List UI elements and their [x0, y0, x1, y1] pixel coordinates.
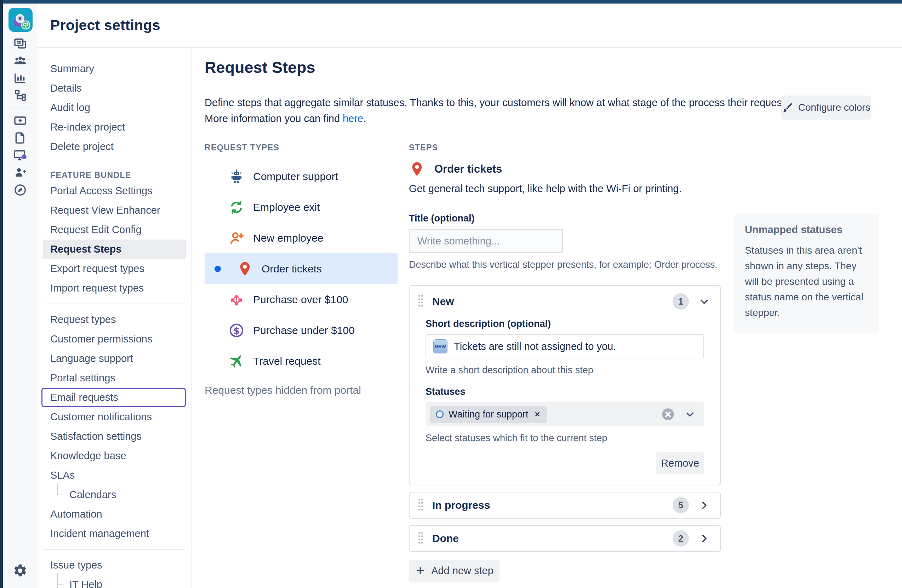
step-card-done-header[interactable]: Done 2	[410, 526, 720, 551]
page-description-line2: More information you can find here.	[205, 111, 798, 127]
window-left-edge	[0, 0, 3, 588]
sidebar-section-feature-bundle: FEATURE BUNDLE	[37, 169, 191, 181]
short-description-helper: Write a short description about this ste…	[426, 365, 704, 376]
statuses-select[interactable]: Waiting for support	[426, 402, 704, 426]
sidebar-item-slas[interactable]: SLAs	[37, 466, 191, 485]
drag-handle-icon[interactable]	[417, 292, 425, 311]
dollar-coin-icon: $	[228, 322, 244, 339]
request-type-label: Employee exit	[253, 201, 319, 213]
title-field-helper: Describe what this vertical stepper pres…	[409, 259, 721, 270]
reports-icon[interactable]	[3, 69, 37, 87]
sidebar-item-language-support[interactable]: Language support	[37, 349, 191, 368]
new-emoji-icon: NEW	[433, 339, 448, 353]
clear-select-icon[interactable]	[661, 407, 675, 421]
map-pin-icon	[409, 161, 425, 177]
short-description-value: Tickets are still not assigned to you.	[454, 341, 616, 352]
sidebar-item-audit-log[interactable]: Audit log	[37, 98, 191, 117]
step-card-new-header[interactable]: New 1	[410, 286, 720, 317]
request-type-employee-exit[interactable]: Employee exit	[205, 192, 398, 222]
chevron-right-icon[interactable]	[698, 532, 710, 544]
request-type-new-employee[interactable]: New employee	[205, 222, 398, 253]
invite-person-icon[interactable]	[3, 164, 37, 181]
sidebar-item-details[interactable]: Details	[37, 78, 191, 98]
title-field-label: Title (optional)	[409, 213, 721, 224]
status-count-badge: 5	[673, 497, 689, 513]
sidebar-item-portal-settings[interactable]: Portal settings	[37, 368, 191, 388]
sidebar-item-customer-permissions[interactable]: Customer permissions	[37, 329, 191, 349]
robot-icon	[228, 168, 244, 185]
unmapped-statuses-body: Statuses in this area aren't shown in an…	[745, 243, 868, 321]
short-description-label: Short description (optional)	[426, 318, 704, 329]
page-description: Define steps that aggregate similar stat…	[205, 95, 798, 127]
sidebar-item-it-help[interactable]: IT Help	[37, 575, 191, 588]
screen-share-icon[interactable]	[3, 147, 37, 164]
sidebar-item-portal-access-settings[interactable]: Portal Access Settings	[37, 181, 191, 200]
step-card-new: New 1 Short description (optional) NEW T…	[409, 285, 721, 485]
request-type-travel-request[interactable]: Travel request	[205, 346, 398, 377]
sidebar-item-incident-management[interactable]: Incident management	[37, 524, 191, 543]
sidebar-item-summary[interactable]: Summary	[37, 59, 191, 78]
remove-tag-icon[interactable]	[534, 410, 541, 418]
sidebar-item-email-requests[interactable]: Email requests	[41, 388, 186, 407]
document-icon[interactable]	[3, 129, 37, 147]
unmapped-statuses-title: Unmapped statuses	[745, 224, 868, 236]
project-avatar[interactable]	[8, 8, 33, 32]
sidebar-item-satisfaction-settings[interactable]: Satisfaction settings	[37, 427, 191, 446]
sidebar-item-request-edit-config[interactable]: Request Edit Config	[37, 220, 191, 239]
title-input[interactable]	[409, 229, 563, 253]
request-types-list: Computer support Employee exit New emplo…	[205, 161, 398, 377]
sync-arrows-icon	[228, 199, 244, 216]
sidebar-divider	[43, 549, 185, 550]
request-type-label: Travel request	[253, 355, 321, 367]
unmapped-statuses-panel: Unmapped statuses Statuses in this area …	[734, 214, 879, 333]
sidebar-item-reindex-project[interactable]: Re-index project	[37, 117, 191, 137]
add-card-icon[interactable]	[3, 112, 37, 129]
sidebar-item-delete-project[interactable]: Delete project	[37, 137, 191, 156]
sidebar-item-calendars[interactable]: Calendars	[37, 485, 191, 505]
configure-colors-button[interactable]: Configure colors	[781, 95, 871, 120]
sidebar-item-request-steps[interactable]: Request Steps	[43, 239, 186, 259]
discover-icon[interactable]	[3, 181, 37, 199]
sidebar-item-import-request-types[interactable]: Import request types	[37, 278, 191, 298]
request-type-label: New employee	[253, 232, 323, 244]
tree-branch	[57, 575, 64, 588]
page-header-title: Project settings	[50, 17, 160, 34]
status-tag-label: Waiting for support	[448, 409, 529, 420]
request-type-order-tickets[interactable]: Order tickets	[205, 253, 398, 284]
app-window: Project settings Summary Details Audit l…	[0, 0, 902, 588]
customers-icon[interactable]	[3, 52, 37, 69]
plus-icon	[415, 565, 426, 576]
request-type-computer-support[interactable]: Computer support	[205, 161, 398, 192]
queues-icon[interactable]	[3, 35, 37, 52]
request-type-label: Purchase over $100	[253, 294, 348, 306]
tree-elbow	[57, 485, 64, 505]
add-new-step-button[interactable]: Add new step	[409, 560, 500, 582]
sidebar-item-customer-notifications[interactable]: Customer notifications	[37, 407, 191, 427]
request-type-label: Computer support	[253, 170, 338, 183]
request-types-label: REQUEST TYPES	[205, 143, 398, 152]
chevron-down-icon[interactable]	[698, 296, 710, 307]
chevron-right-icon[interactable]	[698, 499, 710, 511]
sidebar-item-request-view-enhancer[interactable]: Request View Enhancer	[37, 200, 191, 220]
sidebar-item-issue-types[interactable]: Issue types	[37, 555, 191, 575]
sidebar-item-knowledge-base[interactable]: Knowledge base	[37, 446, 191, 466]
sidebar-item-automation[interactable]: Automation	[37, 505, 191, 524]
step-card-in-progress-header[interactable]: In progress 5	[410, 493, 720, 518]
status-count-badge: 2	[673, 530, 689, 547]
structure-icon[interactable]	[3, 87, 37, 104]
selected-request-type-header: Order tickets	[409, 161, 721, 177]
request-type-purchase-under-100[interactable]: $ Purchase under $100	[205, 315, 398, 346]
hidden-request-types-note[interactable]: Request types hidden from portal	[205, 384, 398, 396]
status-tag: Waiting for support	[430, 406, 547, 423]
short-description-input[interactable]: NEW Tickets are still not assigned to yo…	[426, 334, 704, 358]
drag-handle-icon[interactable]	[417, 496, 425, 514]
request-type-purchase-over-100[interactable]: Purchase over $100	[205, 284, 398, 315]
remove-step-button[interactable]: Remove	[656, 452, 704, 474]
sidebar-item-export-request-types[interactable]: Export request types	[37, 259, 191, 278]
page-description-line1: Define steps that aggregate similar stat…	[205, 95, 798, 111]
gear-icon[interactable]	[3, 563, 37, 578]
here-link[interactable]: here	[343, 113, 363, 124]
drag-handle-icon[interactable]	[417, 529, 425, 548]
chevron-down-icon[interactable]	[684, 409, 695, 420]
sidebar-item-request-types[interactable]: Request types	[37, 310, 191, 329]
